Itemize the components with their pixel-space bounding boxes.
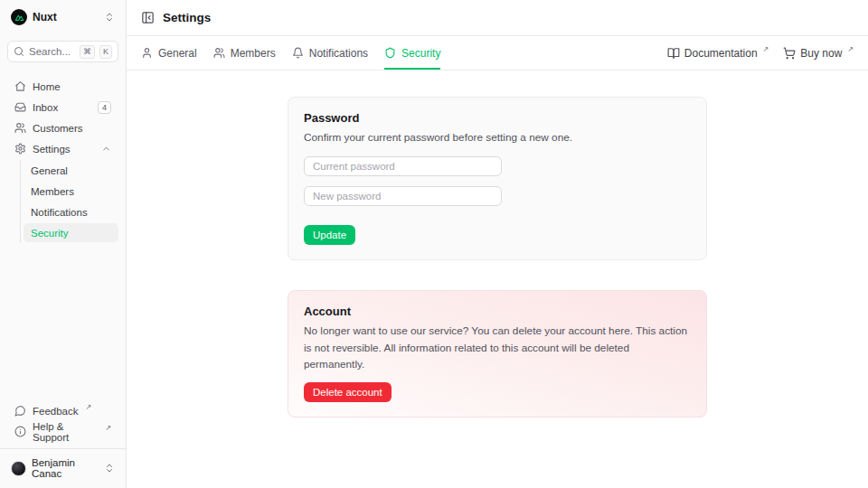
message-circle-icon [14, 405, 26, 417]
tab-label: General [158, 47, 197, 60]
book-open-icon [667, 47, 680, 60]
update-button[interactable]: Update [304, 225, 355, 245]
workspace-selector[interactable]: Nuxt [7, 7, 118, 27]
feedback-link[interactable]: Feedback ↗ [7, 401, 118, 420]
action-label: Buy now [800, 47, 842, 60]
buy-now-button[interactable]: Buy now ↗ [783, 47, 854, 60]
workspace-name: Nuxt [33, 11, 99, 23]
kbd-k: K [99, 45, 112, 59]
sidebar-item-label: Notifications [31, 207, 88, 218]
account-card: Account No longer want to use our servic… [288, 290, 707, 418]
current-password-field[interactable] [304, 156, 502, 176]
settings-subtree: General Members Notifications Security [20, 160, 118, 243]
header-actions: Documentation ↗ Buy now ↗ [667, 36, 854, 70]
sidebar-item-inbox[interactable]: Inbox 4 [7, 98, 118, 117]
users-icon [213, 47, 225, 59]
page-title: Settings [163, 11, 211, 24]
sidebar-item-members[interactable]: Members [24, 182, 118, 201]
sidebar-item-customers[interactable]: Customers [7, 118, 118, 137]
password-card-title: Password [304, 111, 691, 125]
user-menu[interactable]: Benjamin Canac [7, 449, 118, 481]
sidebar: Nuxt Search... ⌘ K Home Inbox 4 [0, 0, 127, 488]
gear-icon [14, 143, 26, 155]
new-password-field[interactable] [304, 186, 502, 206]
avatar [11, 461, 26, 476]
bell-icon [292, 47, 304, 59]
sidebar-item-home[interactable]: Home [7, 77, 118, 96]
shopping-cart-icon [783, 47, 796, 60]
sidebar-footer-nav: Feedback ↗ Help & Support ↗ [7, 401, 118, 441]
tab-members[interactable]: Members [213, 36, 276, 70]
chevrons-up-down-icon [104, 463, 115, 474]
sidebar-spacer [7, 243, 118, 401]
inbox-count-badge: 4 [98, 101, 111, 114]
page-header: Settings [127, 0, 868, 36]
info-circle-icon [14, 426, 26, 437]
settings-security-panel: Password Confirm your current password b… [127, 70, 868, 488]
collapse-sidebar-icon[interactable] [141, 11, 155, 24]
home-icon [14, 80, 26, 92]
kbd-meta: ⌘ [80, 45, 95, 59]
user-name: Benjamin Canac [32, 457, 99, 479]
action-label: Documentation [684, 47, 758, 60]
footer-link-label: Help & Support [33, 421, 98, 443]
user-icon [141, 47, 153, 59]
external-link-icon: ↗ [763, 45, 769, 53]
tab-notifications[interactable]: Notifications [292, 36, 368, 70]
search-input[interactable]: Search... ⌘ K [7, 41, 118, 62]
tab-label: Members [231, 47, 276, 60]
account-card-description: No longer want to use our service? You c… [304, 323, 691, 372]
tab-label: Security [401, 47, 440, 60]
search-placeholder: Search... [29, 46, 75, 57]
sidebar-item-label: Security [31, 228, 69, 239]
sidebar-item-notifications[interactable]: Notifications [24, 202, 118, 221]
password-form: Update [304, 156, 691, 245]
sidebar-item-label: Settings [33, 144, 71, 155]
chevrons-up-down-icon [104, 12, 115, 23]
sidebar-item-label: Home [33, 81, 61, 92]
sidebar-item-label: General [31, 165, 68, 176]
external-link-icon: ↗ [86, 403, 92, 411]
sidebar-item-security[interactable]: Security [24, 223, 118, 242]
shield-icon [384, 47, 396, 59]
sidebar-nav: Home Inbox 4 Customers Settings [7, 77, 118, 243]
external-link-icon: ↗ [847, 45, 854, 53]
footer-link-label: Feedback [33, 406, 79, 417]
password-card-description: Confirm your current password before set… [304, 129, 691, 145]
search-icon [14, 46, 24, 57]
sidebar-item-label: Members [31, 186, 74, 197]
nuxt-logo-icon [11, 9, 27, 25]
chevron-up-icon [101, 144, 111, 154]
external-link-icon: ↗ [105, 424, 111, 432]
tab-security[interactable]: Security [384, 36, 440, 70]
account-card-title: Account [304, 305, 691, 318]
delete-account-button[interactable]: Delete account [304, 382, 392, 402]
main-area: Settings General Members Notifications S… [127, 0, 868, 488]
users-icon [14, 122, 26, 134]
sidebar-item-label: Inbox [33, 102, 58, 113]
documentation-button[interactable]: Documentation ↗ [667, 47, 769, 60]
tab-general[interactable]: General [141, 36, 197, 70]
sidebar-item-settings[interactable]: Settings [7, 139, 118, 158]
sidebar-item-label: Customers [33, 123, 83, 134]
tabbar: General Members Notifications Security [127, 36, 868, 70]
password-card: Password Confirm your current password b… [288, 97, 707, 260]
tab-label: Notifications [309, 47, 368, 60]
help-support-link[interactable]: Help & Support ↗ [7, 422, 118, 441]
inbox-icon [14, 101, 26, 113]
sidebar-item-general[interactable]: General [24, 161, 118, 180]
